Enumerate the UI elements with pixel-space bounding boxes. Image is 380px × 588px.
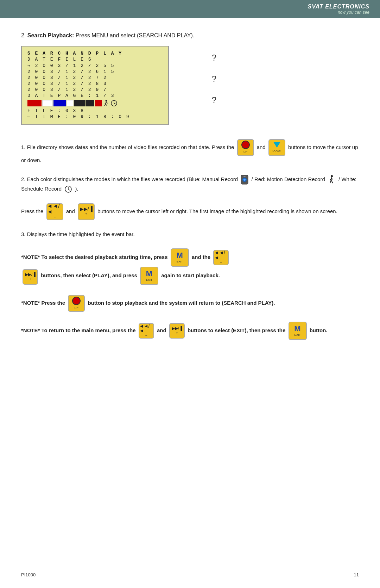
rew3-symbol: ◄◄/◄: [139, 324, 153, 333]
ff-plus: +: [85, 211, 87, 217]
screen-line-6: 2 0 0 3 / 1 2 / 2 8 3: [27, 81, 163, 86]
rew-minus: –: [54, 215, 56, 220]
para1-text-before: 1. File directory shows dates and the nu…: [21, 144, 234, 150]
m3-exit: EXIT: [294, 333, 301, 337]
brand-tagline: now you can see: [308, 10, 369, 15]
rew2-symbol: ◄◄/◄: [214, 250, 228, 260]
btn-ff[interactable]: ▶▶/▐ +: [78, 203, 95, 220]
btn-m-1[interactable]: M EXIT: [171, 248, 189, 267]
m-button-note3: M EXIT: [289, 322, 307, 340]
svg-line-3: [106, 104, 107, 106]
btn-m-3[interactable]: M EXIT: [289, 322, 307, 340]
color-black1: [74, 100, 85, 106]
screen-annotations: ? ? ?: [212, 53, 216, 105]
screen-line-5: 2 0 0 3 / 1 2 / 2 7 2: [27, 75, 163, 80]
svg-line-5: [106, 103, 108, 103]
m-exit: EXIT: [177, 259, 183, 264]
svg-line-14: [330, 180, 331, 183]
btn-up[interactable]: UP: [237, 139, 254, 156]
color-red: [27, 100, 42, 106]
btn-up-circle: [241, 141, 250, 149]
color-black2: [86, 100, 94, 106]
note3-text-end: button.: [310, 327, 328, 333]
btn-ff-2[interactable]: ▶▶/▐ +: [23, 269, 38, 285]
svg-line-17: [331, 179, 333, 179]
note3-text-before: *NOTE* To return to the main menu, press…: [21, 327, 137, 333]
rew3-minus: –: [145, 333, 147, 338]
para3-text-and: and: [66, 208, 76, 214]
note1-text-end: again to start playback.: [161, 272, 220, 278]
btn-rew[interactable]: ◄◄/◄ –: [46, 203, 63, 220]
screen-line-3: ⇒ 2 0 0 3 / 1 2 / 2 5 5: [27, 63, 163, 68]
ff-symbol: ▶▶/▐: [80, 206, 93, 211]
note2-text-after: button to stop playback and the system w…: [88, 300, 275, 306]
rew-button-note3: ◄◄/◄ –: [139, 323, 154, 339]
m2-exit: EXIT: [146, 278, 152, 282]
note-2: *NOTE* Press the UP button to stop playb…: [21, 295, 359, 312]
manual-record-icon: [241, 175, 248, 185]
screen-clock-icon: [110, 100, 118, 107]
screen-line-8: D A T E P A G E : 1 / 3: [27, 93, 163, 98]
para2-text2: / Red: Motion Detection Record: [252, 176, 327, 182]
brand-name: SVAT ELECTRONICS: [308, 4, 369, 10]
para1-text-middle: and: [257, 144, 266, 150]
svg-line-8: [114, 103, 115, 104]
page-number: 11: [354, 572, 359, 577]
paragraph-1: 1. File directory shows dates and the nu…: [21, 139, 359, 165]
note2-text-before: *NOTE* Press the: [21, 300, 66, 306]
color-white2: [66, 100, 74, 106]
section-label: Search Playback:: [27, 32, 74, 38]
btn-rew-3[interactable]: ◄◄/◄ –: [139, 323, 154, 339]
svg-point-0: [106, 100, 107, 102]
note1-text-before: *NOTE* To select the desired playback st…: [21, 254, 169, 260]
m-button-note1: M EXIT: [171, 248, 189, 267]
btn-rew-2[interactable]: ◄◄/◄ –: [213, 250, 229, 265]
dvr-screen: S E A R C H A N D P L A Y D A T E F I L …: [21, 46, 169, 125]
ff2-symbol: ▶▶/▐: [25, 272, 36, 277]
m-letter: M: [177, 252, 183, 259]
btn-m-2[interactable]: M EXIT: [140, 267, 158, 285]
rew-symbol: ◄◄/◄: [47, 203, 63, 215]
svg-line-15: [331, 180, 333, 183]
screen-run-icon: [103, 100, 110, 107]
svg-line-2: [104, 104, 106, 106]
note3-text-after: buttons to select (EXIT), then press the: [188, 327, 287, 333]
main-content: 2. Search Playback: Press MENU and selec…: [0, 18, 380, 364]
btn-up-circle-2: [72, 297, 81, 305]
question-mark-3: ?: [212, 95, 216, 105]
m3-letter: M: [294, 325, 300, 333]
screen-line-9: F I L E : 0 3 8: [27, 108, 163, 113]
svg-point-11: [243, 179, 246, 181]
section-number: 2.: [21, 32, 26, 38]
note-3: *NOTE* To return to the main menu, press…: [21, 322, 359, 340]
rew-button-note1: ◄◄/◄ –: [213, 250, 229, 265]
screen-line-2: D A T E F I L E S: [27, 57, 163, 62]
note1-text-middle: and the: [192, 254, 212, 260]
ff-button-note3: ▶▶/▐ +: [169, 323, 185, 339]
product-code: PI1000: [21, 572, 36, 577]
para2-text4: ).: [75, 186, 78, 192]
btn-up-2[interactable]: UP: [68, 295, 85, 312]
up-button-note2: UP: [68, 295, 85, 312]
m2-letter: M: [146, 270, 152, 278]
ff3-plus: +: [176, 330, 178, 336]
btn-down[interactable]: DOWN: [268, 139, 285, 156]
note1-text-after: buttons, then select (PLAY), and press: [41, 272, 139, 278]
schedule-record-icon: [64, 185, 72, 193]
footer: PI1000 11: [21, 572, 359, 577]
para4-text: 3. Displays the time highlighted by the …: [21, 231, 135, 237]
btn-ff-3[interactable]: ▶▶/▐ +: [169, 323, 185, 339]
note3-text-middle: and: [157, 327, 168, 333]
svg-line-20: [68, 189, 70, 190]
section-title: 2. Search Playback: Press MENU and selec…: [21, 32, 359, 39]
brand-block: SVAT ELECTRONICS now you can see: [308, 4, 369, 15]
color-red2: [95, 100, 102, 106]
rew-button-icon: ◄◄/◄ –: [46, 203, 63, 220]
rew2-minus: –: [220, 260, 222, 265]
para2-text: 2. Each color distinguishes the modes in…: [21, 176, 238, 182]
para3-text-before: Press the: [21, 208, 43, 214]
m-button-note1b: M EXIT: [140, 267, 158, 285]
ff-button-icon: ▶▶/▐ +: [78, 203, 95, 220]
ff3-symbol: ▶▶/▐: [172, 326, 182, 330]
question-mark-2: ?: [212, 74, 216, 84]
